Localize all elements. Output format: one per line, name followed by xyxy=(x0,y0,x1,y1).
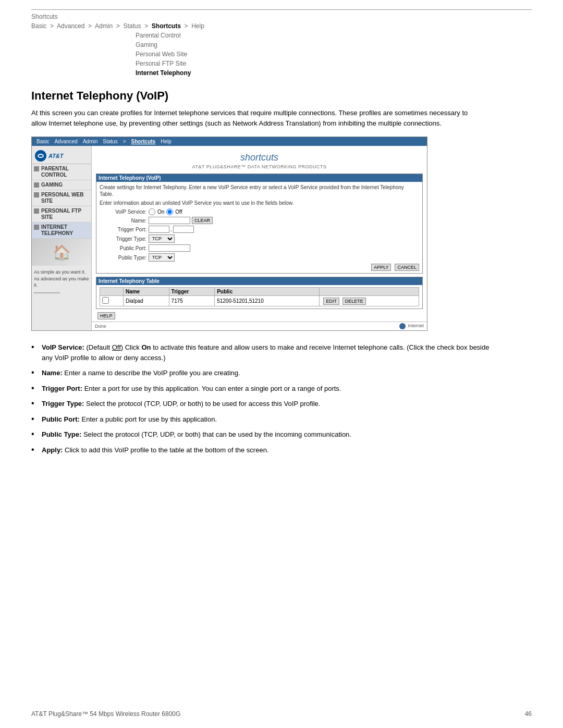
voip-off-label: Off xyxy=(175,209,182,215)
footer-right: 46 xyxy=(525,710,532,718)
bullet-dot-5: • xyxy=(31,415,39,423)
sidebar-item-parental-control[interactable]: PARENTAL CONTROL xyxy=(32,164,91,180)
top-section: Shortcuts xyxy=(31,9,532,20)
table-header-name: Name xyxy=(123,288,169,296)
trigger-port-input[interactable] xyxy=(149,226,169,233)
hnav-help[interactable]: Help xyxy=(158,138,174,145)
trigger-port-input2[interactable] xyxy=(173,226,194,233)
apply-button[interactable]: APPLY xyxy=(371,264,391,271)
browser-sidebar: AT&T PARENTAL CONTROL GAMING PERSONAL WE… xyxy=(32,146,92,330)
clear-button[interactable]: CLEAR xyxy=(192,217,213,224)
name-label: Name: xyxy=(100,218,146,224)
trigger-type-label: Trigger Type: xyxy=(100,236,146,242)
subnav-personal-web-site[interactable]: Personal Web Site xyxy=(136,50,532,59)
voip-on-radio[interactable] xyxy=(149,208,155,215)
table-cell-check xyxy=(100,296,124,306)
row-checkbox[interactable] xyxy=(102,297,109,304)
bullet-dot-1: • xyxy=(31,343,39,351)
trigger-type-select[interactable]: TCP UDP Both xyxy=(149,235,175,243)
table-header-public: Public xyxy=(215,288,320,296)
table-section-title: Internet Telephony Table xyxy=(96,277,422,285)
hnav-basic[interactable]: Basic xyxy=(34,138,52,145)
page-footer: AT&T Plug&Share™ 54 Mbps Wireless Router… xyxy=(31,710,532,718)
bullet-apply: • Apply: Click to add this VoIP profile … xyxy=(31,445,500,455)
public-port-row: Public Port: xyxy=(100,244,419,252)
counter-dots: •••••••••••••••••• xyxy=(34,290,89,295)
edit-button[interactable]: EDIT xyxy=(323,298,339,305)
sidebar-item-personal-web-site[interactable]: PERSONAL WEB SITE xyxy=(32,190,91,206)
breadcrumb-advanced[interactable]: Advanced xyxy=(57,22,84,30)
parental-control-icon xyxy=(34,166,39,171)
bullet-dot-2: • xyxy=(31,368,39,377)
breadcrumb-shortcuts[interactable]: Shortcuts xyxy=(152,22,181,30)
bullet-public-type: • Public Type: Select the protocol (TCP,… xyxy=(31,429,500,440)
sidebar-label-telephony: INTERNET TELEPHONY xyxy=(41,224,89,237)
sidebar-label-gaming: GAMING xyxy=(41,182,63,188)
bullet-voip-service: • VoIP Service: (Default Off) Click On t… xyxy=(31,342,500,363)
trigger-port-separator: . xyxy=(170,227,172,232)
subnav-parental-control[interactable]: Parental Control xyxy=(136,31,532,40)
ftp-site-icon xyxy=(34,208,39,214)
hnav-admin[interactable]: Admin xyxy=(80,138,100,145)
table-cell-trigger: 7175 xyxy=(169,296,215,306)
voip-section-title: Internet Telephony (VoIP) xyxy=(96,174,422,182)
cancel-button[interactable]: CANCEL xyxy=(395,264,419,271)
delete-button[interactable]: DELETE xyxy=(342,298,366,305)
hnav-status[interactable]: Status xyxy=(100,138,120,145)
bullet-text-4: Trigger Type: Select the protocol (TCP, … xyxy=(42,399,320,409)
public-port-label: Public Port: xyxy=(100,245,146,251)
telephony-table: Name Trigger Public Dialpad 7175 xyxy=(100,287,419,306)
voip-service-row: VoIP Service: On Off xyxy=(100,208,419,215)
section-intro: Create settings for Internet Telephony. … xyxy=(100,184,419,198)
hnav-shortcuts[interactable]: Shortcuts xyxy=(129,138,158,145)
sidebar-label-ftp: PERSONAL FTP SITE xyxy=(41,208,89,220)
breadcrumb-admin[interactable]: Admin xyxy=(95,22,113,30)
trigger-port-label: Trigger Port: xyxy=(100,227,146,232)
status-left: Done xyxy=(95,324,106,329)
table-cell-public: 51200-51201,51210 xyxy=(215,296,320,306)
public-type-row: Public Type: TCP UDP Both xyxy=(100,253,419,262)
internet-status-icon xyxy=(399,323,406,329)
subnav-personal-ftp-site[interactable]: Personal FTP Site xyxy=(136,59,532,68)
web-site-icon xyxy=(34,192,39,198)
action-buttons: APPLY CANCEL xyxy=(100,264,419,271)
voip-section: Internet Telephony (VoIP) Create setting… xyxy=(96,174,423,274)
footer-left: AT&T Plug&Share™ 54 Mbps Wireless Router… xyxy=(31,710,180,718)
trigger-type-row: Trigger Type: TCP UDP Both xyxy=(100,235,419,243)
table-cell-actions: EDIT DELETE xyxy=(320,296,419,306)
breadcrumb-basic[interactable]: Basic xyxy=(31,22,46,30)
sidebar-item-gaming[interactable]: GAMING xyxy=(32,180,91,190)
table-cell-name: Dialpad xyxy=(123,296,169,306)
bullet-dot-3: • xyxy=(31,384,39,392)
sidebar-item-internet-telephony[interactable]: INTERNET TELEPHONY xyxy=(32,223,91,239)
public-type-label: Public Type: xyxy=(100,255,146,261)
public-port-input[interactable] xyxy=(149,244,190,252)
hnav-shortcuts-arrow: > xyxy=(120,138,129,145)
browser-content: shortcuts AT&T PLUG&SHARE™ DATA NETWORKI… xyxy=(92,146,427,330)
hnav-advanced[interactable]: Advanced xyxy=(52,138,80,145)
subnav-gaming[interactable]: Gaming xyxy=(136,40,532,50)
voip-off-radio[interactable] xyxy=(166,208,173,215)
table-header-actions xyxy=(320,288,419,296)
name-row: Name: CLEAR xyxy=(100,217,419,224)
breadcrumb-status[interactable]: Status xyxy=(123,22,141,30)
table-section: Internet Telephony Table Name Trigger Pu… xyxy=(96,277,423,309)
browser-status-bar: Done Internet xyxy=(92,322,427,330)
subnav-internet-telephony[interactable]: Internet Telephony xyxy=(136,68,532,78)
bullet-text-6: Public Type: Select the protocol (TCP, U… xyxy=(42,429,351,440)
bullet-text-7: Apply: Click to add this VoIP profile to… xyxy=(42,445,269,455)
top-nav-label: Shortcuts xyxy=(31,13,532,20)
breadcrumb-help[interactable]: Help xyxy=(191,22,204,30)
sidebar-item-personal-ftp-site[interactable]: PERSONAL FTP SITE xyxy=(32,206,91,223)
sub-nav: Parental Control Gaming Personal Web Sit… xyxy=(136,31,532,78)
help-row: HELP xyxy=(96,312,423,319)
public-type-select[interactable]: TCP UDP Both xyxy=(149,253,175,262)
bullet-text-5: Public Port: Enter a public port for use… xyxy=(42,414,217,425)
browser-subtitle: AT&T PLUG&SHARE™ DATA NETWORKING PRODUCT… xyxy=(92,164,427,169)
name-input[interactable] xyxy=(149,217,190,224)
bullet-text-1: VoIP Service: (Default Off) Click On to … xyxy=(42,342,500,363)
shortcuts-title: shortcuts xyxy=(92,149,427,164)
help-button[interactable]: HELP xyxy=(97,312,115,319)
att-logo-text: AT&T xyxy=(48,153,64,159)
bullet-text-2: Name: Enter a name to describe the VoIP … xyxy=(42,368,240,378)
